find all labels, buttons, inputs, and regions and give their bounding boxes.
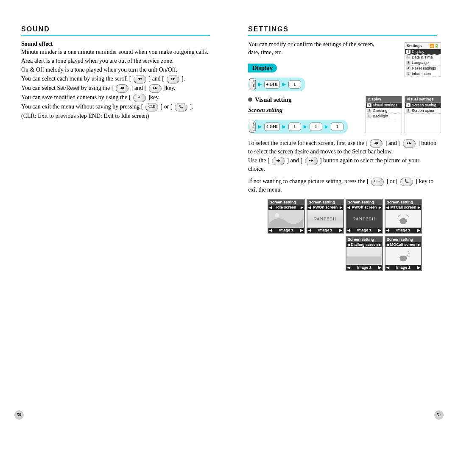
scroll-right-icon: ●▶ [403,139,416,148]
keypad-1-icon: 1 [288,122,301,131]
end-key-icon: 📞 [400,178,413,186]
paragraph: You can save modified contents by using … [21,94,210,102]
scroll-right-icon: ●▶ [167,75,179,84]
section-title-sound: SOUND [21,25,210,33]
phone-ringing-icon [385,210,421,228]
paragraph: You can select Set/Reset by using the [ … [21,84,210,93]
screen-preview: Screen setting ◀Idle screen▶ ◀Image 1▶ [268,199,305,234]
keypad-1-icon: 1 [331,122,344,131]
paragraph: If not wanting to change picture setting… [248,178,437,194]
screen-preview: Screen setting ◀Dialling screen▶ ◀Image … [346,236,383,271]
page-number-right: 51 [434,410,444,420]
pantech-logo-icon: PANTECH [307,210,343,228]
landscape-thumb-icon [346,247,382,265]
end-key-icon: 📞 [175,103,187,111]
title-rule [248,35,437,36]
screen-preview: Screen setting ◀PWOff screen▶ PANTECH ◀I… [346,199,383,234]
keypad-1-icon: 1 [310,122,322,131]
paragraph: On & Off melody is a tone played when yo… [21,66,210,74]
title-rule [21,35,210,36]
paragraph: You can modify or confirm the settings o… [248,41,375,57]
clr-key-icon: CLR [145,103,158,111]
subhead-screen-setting: Screen setting [248,107,282,114]
nav-strip-screen-setting: MENU ▶ 4 GHI ▶ 1 ▶ 1 ▶ 1 [248,120,348,134]
paragraph: Use the [ ◀● ] and [ ●▶ ] button again t… [248,157,437,173]
arrow-icon: ▶ [282,82,286,86]
keypad-4-icon: 4 GHI [264,80,280,89]
arrow-icon: ▶ [258,82,262,86]
scroll-left-icon: ◀● [370,139,383,148]
scroll-left-icon: ◀● [272,157,285,165]
clr-key-icon: CLR [371,178,384,186]
paragraph: Area alert is a tone played when you are… [21,57,210,65]
phone-screenshot-visual: Visual settings 1Screen setting 2Screen … [405,96,441,133]
pantech-logo-dark-icon: PANTECH [346,210,382,228]
screen-preview: Screen setting ◀MOCall screen▶ ◀Image 1▶ [385,236,422,271]
paragraph: You can select each menu by using the sc… [21,75,210,84]
ok-key-icon: ⎆ [133,94,146,102]
heading-visual-setting: Visual setting [255,96,292,103]
phone-screenshot-settings: Settings 📶🔋 1Display 2Date & Time 3Langu… [405,42,441,77]
keypad-4-icon: 4 GHI [264,122,280,131]
menu-key-icon: MENU [249,121,256,133]
section-title-settings: SETTINGS [248,25,437,33]
nav-strip-display: MENU ▶ 4 GHI ▶ 1 [248,78,305,91]
page-number-left: 50 [14,410,24,420]
scroll-left-icon: ◀● [134,75,146,84]
landscape-thumb-icon [268,210,304,228]
phone-header-title: Settings [407,44,422,48]
menu-key-icon: MENU [249,78,256,90]
svg-rect-3 [347,257,381,264]
svg-rect-2 [347,248,381,257]
phone-header-title: Visual settings [407,97,433,101]
screen-preview: Screen setting ◀PWOn screen▶ PANTECH ◀Im… [307,199,344,234]
scroll-right-icon: ●▶ [149,84,162,93]
paragraph: You can exit the menu without saving by … [21,103,210,111]
screen-preview: Screen setting ◀MTCall screen▶ ◀Image 1▶ [385,199,422,234]
left-page: SOUND Sound effect Minute minder is a on… [17,25,214,407]
bullet-icon [248,97,252,102]
paragraph: To select the picture for each screen, f… [248,139,437,156]
keypad-1-icon: 1 [288,80,301,89]
phone-screenshot-display: Display 1Visual settings 2Greeting 3Back… [366,96,402,133]
arrow-icon: ▶ [304,124,307,129]
scroll-right-icon: ●▶ [305,157,318,165]
subhead-sound-effect: Sound effect [21,41,210,47]
paragraph: (CLR: Exit to previous step END: Exit to… [21,112,210,120]
arrow-icon: ▶ [282,124,286,129]
paragraph: Minute minder is a one minute reminder s… [21,48,210,56]
svg-point-1 [275,213,279,217]
scroll-left-icon: ◀● [116,84,128,93]
arrow-icon: ▶ [325,124,328,129]
phone-ringing-icon [385,247,421,265]
display-tag: Display [248,64,277,72]
screen-preview-grid: Screen setting ◀Idle screen▶ ◀Image 1▶ S… [268,199,437,271]
arrow-icon: ▶ [258,124,262,129]
signal-battery-icon: 📶🔋 [430,44,439,48]
right-page: SETTINGS You can modify or confirm the s… [244,25,441,407]
phone-header-title: Display [368,97,381,101]
